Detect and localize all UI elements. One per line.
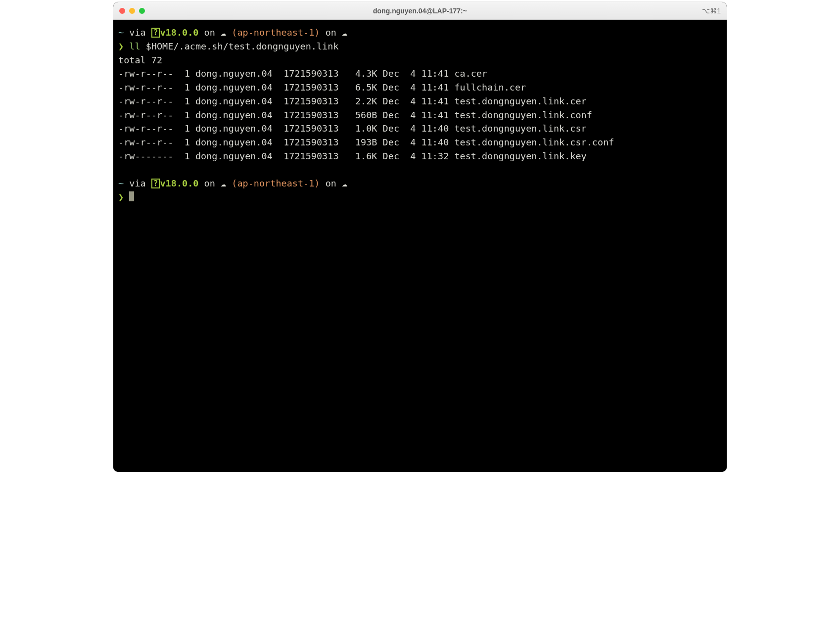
command-name: ll [129,41,140,51]
empty-line [118,163,722,177]
file-row: -rw-r--r-- 1 dong.nguyen.04 1721590313 1… [118,136,722,149]
file-row: -rw-r--r-- 1 dong.nguyen.04 1721590313 1… [118,122,722,136]
node-badge-icon: ? [151,28,160,38]
prompt-home-2: ~ [118,178,124,188]
zoom-button[interactable] [139,8,145,14]
command-line: ❯ ll $HOME/.acme.sh/test.dongnguyen.link [118,40,722,53]
window-shortcut: ⌥⌘1 [702,7,721,15]
file-row: -rw-r--r-- 1 dong.nguyen.04 1721590313 2… [118,94,722,108]
output-total: total 72 [118,53,722,67]
cloud-icon-4: ☁ [342,178,347,188]
node-version-2: v18.0.0 [160,178,198,188]
prompt-on-4: on [326,178,336,188]
cloud-icon-1: ☁ [221,27,226,38]
file-row: -rw-r--r-- 1 dong.nguyen.04 1721590313 4… [118,67,722,81]
titlebar: dong.nguyen.04@LAP-177:~ ⌥⌘1 [113,2,727,20]
cursor[interactable] [129,191,134,201]
output-rows: -rw-r--r-- 1 dong.nguyen.04 1721590313 4… [118,67,722,163]
close-button[interactable] [119,8,125,14]
terminal-body[interactable]: ~ via ?v18.0.0 on ☁ (ap-northeast-1) on … [113,20,727,472]
ready-prompt: ❯ [118,190,722,204]
prompt-line-1: ~ via ?v18.0.0 on ☁ (ap-northeast-1) on … [118,26,722,40]
prompt-on-1: on [204,27,215,38]
node-badge-icon-2: ? [151,179,160,188]
prompt-line-2: ~ via ?v18.0.0 on ☁ (ap-northeast-1) on … [118,177,722,190]
prompt-via: via [129,27,145,38]
file-row: -rw------- 1 dong.nguyen.04 1721590313 1… [118,149,722,163]
node-version: v18.0.0 [160,27,198,38]
prompt-arrow: ❯ [118,41,124,51]
aws-region-2: (ap-northeast-1) [232,178,320,188]
prompt-on-2: on [326,27,336,38]
terminal-window: dong.nguyen.04@LAP-177:~ ⌥⌘1 ~ via ?v18.… [113,2,727,472]
prompt-arrow-2: ❯ [118,192,124,202]
command-arg: $HOME/.acme.sh/test.dongnguyen.link [146,41,339,51]
prompt-on-3: on [204,178,215,188]
cloud-icon-2: ☁ [342,27,347,38]
file-row: -rw-r--r-- 1 dong.nguyen.04 1721590313 6… [118,81,722,94]
window-title: dong.nguyen.04@LAP-177:~ [113,7,727,15]
prompt-via-2: via [129,178,145,188]
minimize-button[interactable] [129,8,135,14]
traffic-lights [119,8,145,14]
prompt-home: ~ [118,27,124,38]
file-row: -rw-r--r-- 1 dong.nguyen.04 1721590313 5… [118,108,722,122]
aws-region: (ap-northeast-1) [232,27,320,38]
cloud-icon-3: ☁ [221,178,226,188]
